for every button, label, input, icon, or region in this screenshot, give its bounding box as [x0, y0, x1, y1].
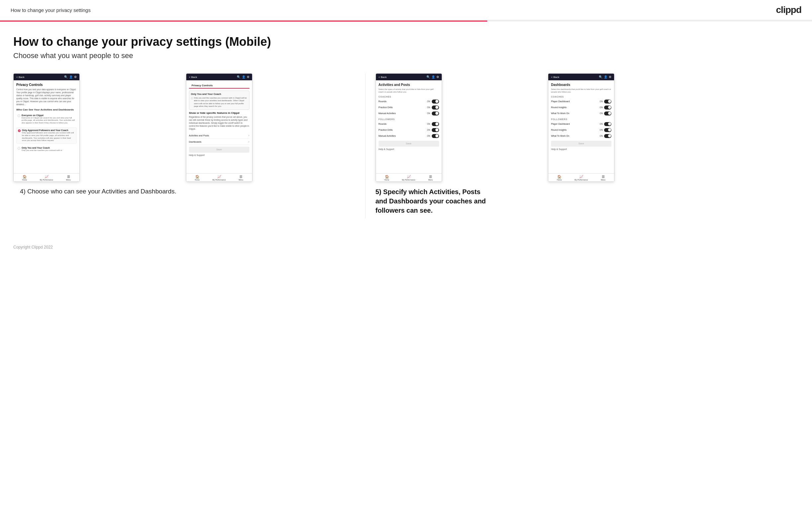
help-row-4: Help & Support [551, 146, 611, 152]
settings-icon-3[interactable]: ⚙ [437, 75, 439, 79]
screen2-topbar: < Back 🔍 👤 ⚙ [186, 74, 252, 80]
tab-privacy-controls[interactable]: Privacy Controls [189, 83, 215, 89]
right-caption-line2: and Dashboards your coaches and [375, 198, 486, 205]
rounds-coaches-toggle[interactable] [432, 100, 439, 104]
radio-only-you[interactable] [17, 147, 20, 150]
screen4-icons: 🔍 👤 ⚙ [599, 75, 611, 79]
round-insights-followers-toggle-group: ON [600, 128, 612, 132]
toggle-drills-followers: Practice Drills ON [378, 127, 439, 133]
screen1-bottom-nav: 🏠 Home 📈 My Performance ☰ Menu [14, 173, 80, 181]
followers-label-3: FOLLOWERS [378, 118, 439, 120]
screen4-wrapper: < Back 🔍 👤 ⚙ Dashboards Select the dashb… [548, 73, 717, 182]
screen4-body: Dashboards Select the dashboards that yo… [548, 80, 614, 173]
profile-icon-4[interactable]: 👤 [604, 75, 607, 79]
player-dash-followers-label: Player Dashboard [551, 123, 569, 125]
manual-coaches-toggle[interactable] [432, 111, 439, 115]
option-only-you-text: Only You and Your Coach Only you and the… [21, 147, 62, 152]
work-on-followers-toggle[interactable] [604, 134, 611, 138]
back-button-1[interactable]: < Back [16, 76, 24, 79]
profile-icon-2[interactable]: 👤 [242, 75, 245, 79]
radio-approved[interactable] [18, 129, 20, 132]
left-screens: < Back 🔍 👤 ⚙ Privacy Controls Control ho… [13, 73, 355, 182]
nav-performance-1[interactable]: 📈 My Performance [36, 175, 57, 181]
profile-icon-1[interactable]: 👤 [69, 75, 73, 79]
copyright-text: Copyright Clippd 2022 [13, 245, 53, 249]
screen3-wrapper: < Back 🔍 👤 ⚙ Activities and Posts Select… [375, 73, 545, 182]
page-subheading: Choose what you want people to see [13, 51, 717, 60]
search-icon-1[interactable]: 🔍 [64, 75, 68, 79]
section-title-2: Show or hide specific features in Clippd [189, 111, 249, 114]
chart-icon-3: 📈 [407, 175, 411, 178]
toggle-player-dash-followers: Player Dashboard ON [551, 121, 611, 127]
chart-icon-2: 📈 [217, 175, 221, 178]
nav-home-2[interactable]: 🏠 Home [186, 175, 208, 181]
option-approved[interactable]: Only Approved Followers and Your Coach O… [16, 127, 77, 144]
rounds-coaches-label: Rounds [378, 100, 387, 103]
screen1-topbar: < Back 🔍 👤 ⚙ [14, 74, 80, 80]
round-insights-followers-toggle[interactable] [604, 128, 611, 132]
save-button-4[interactable]: Save [551, 141, 611, 146]
option-only-you[interactable]: Only You and Your Coach Only you and the… [16, 145, 77, 153]
back-button-2[interactable]: < Back [189, 76, 197, 79]
screen1-who-label: Who Can See Your Activities and Dashboar… [16, 108, 77, 111]
rounds-coaches-toggle-group: ON [427, 100, 439, 104]
toggle-player-dash-coaches: Player Dashboard ON [551, 99, 611, 105]
settings-icon-1[interactable]: ⚙ [74, 75, 77, 79]
option-everyone-text: Everyone on Clippd Everyone on Clippd ca… [21, 114, 75, 124]
nav-performance-3[interactable]: 📈 My Performance [398, 175, 420, 181]
rounds-followers-toggle[interactable] [432, 122, 439, 126]
nav-home-4[interactable]: 🏠 Home [548, 175, 570, 181]
screen2-icons: 🔍 👤 ⚙ [237, 75, 249, 79]
toggle-rounds-followers: Rounds ON [378, 121, 439, 127]
round-insights-coaches-label: Round Insights [551, 106, 567, 109]
activities-row[interactable]: Activities and Posts › [189, 132, 249, 139]
settings-icon-4[interactable]: ⚙ [609, 75, 611, 79]
settings-icon-2[interactable]: ⚙ [247, 75, 249, 79]
top-bar: How to change your privacy settings clip… [0, 0, 812, 20]
radio-everyone[interactable] [17, 114, 20, 117]
player-dash-coaches-toggle[interactable] [604, 100, 611, 104]
nav-home-3[interactable]: 🏠 Home [376, 175, 398, 181]
nav-menu-1[interactable]: ☰ Menu [57, 175, 80, 181]
profile-icon-3[interactable]: 👤 [432, 75, 435, 79]
drills-coaches-toggle[interactable] [432, 106, 439, 110]
player-dash-followers-toggle[interactable] [604, 122, 611, 126]
left-pair: < Back 🔍 👤 ⚙ Privacy Controls Control ho… [13, 73, 355, 200]
coaches-label-4: COACHES [551, 96, 611, 98]
save-button-2[interactable]: Save [189, 147, 249, 152]
nav-menu-3[interactable]: ☰ Menu [420, 175, 442, 181]
home-icon-2: 🏠 [195, 175, 199, 178]
nav-home-1[interactable]: 🏠 Home [14, 175, 36, 181]
save-button-3[interactable]: Save [378, 141, 439, 146]
nav-performance-2[interactable]: 📈 My Performance [208, 175, 230, 181]
option-approved-text: Only Approved Followers and Your Coach O… [22, 129, 75, 142]
nav-menu-2[interactable]: ☰ Menu [230, 175, 252, 181]
chart-icon-1: 📈 [45, 175, 49, 178]
chart-icon-4: 📈 [579, 175, 583, 178]
screen1-icons: 🔍 👤 ⚙ [64, 75, 77, 79]
search-icon-2[interactable]: 🔍 [237, 75, 241, 79]
manual-followers-toggle[interactable] [432, 134, 439, 138]
round-insights-coaches-toggle[interactable] [604, 106, 611, 110]
back-button-3[interactable]: < Back [378, 76, 387, 79]
menu-icon-1: ☰ [67, 175, 70, 178]
left-caption-text: 4) Choose who can see your Activities an… [13, 187, 355, 196]
screen3: < Back 🔍 👤 ⚙ Activities and Posts Select… [375, 73, 442, 182]
nav-menu-4[interactable]: ☰ Menu [592, 175, 614, 181]
drills-followers-toggle[interactable] [432, 128, 439, 132]
option-everyone[interactable]: Everyone on Clippd Everyone on Clippd ca… [16, 113, 77, 126]
toggle-rounds-coaches: Rounds ON [378, 99, 439, 105]
activities-label: Activities and Posts [189, 134, 209, 137]
nav-performance-4[interactable]: 📈 My Performance [570, 175, 592, 181]
popup-body: Only you and the coaches you connect wit… [194, 97, 247, 108]
back-button-4[interactable]: < Back [551, 76, 559, 79]
work-on-coaches-toggle[interactable] [604, 111, 611, 115]
screen3-title: Activities and Posts [378, 83, 439, 87]
round-insights-coaches-toggle-group: ON [600, 106, 612, 110]
manual-followers-toggle-group: ON [427, 134, 439, 138]
search-icon-3[interactable]: 🔍 [426, 75, 430, 79]
manual-followers-label: Manual Activities [378, 135, 396, 137]
vertical-divider [365, 73, 366, 218]
search-icon-4[interactable]: 🔍 [599, 75, 602, 79]
dashboards-row[interactable]: Dashboards › [189, 139, 249, 145]
